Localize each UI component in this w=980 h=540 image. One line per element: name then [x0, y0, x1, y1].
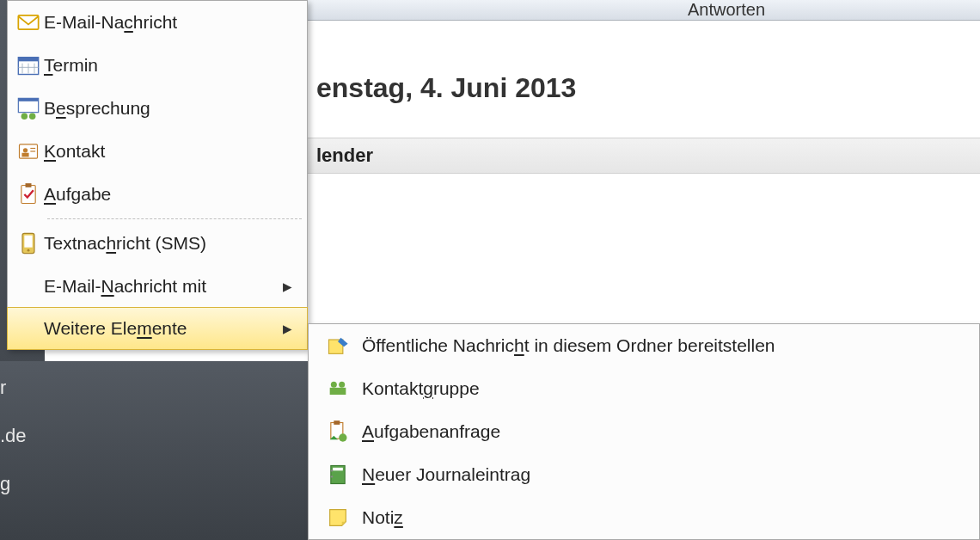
nav-fragment: r: [0, 377, 6, 399]
submenu-item-label: Neuer Journaleintrag: [362, 464, 971, 485]
submenu-item-task-request[interactable]: Aufgabenanfrage: [309, 410, 979, 453]
submenu-item-contact-group[interactable]: Kontaktgruppe: [309, 367, 979, 410]
menu-item-label: Termin: [44, 55, 298, 76]
calendar-header: lender: [308, 138, 980, 174]
menu-item-email[interactable]: E-Mail-Nachricht: [8, 1, 307, 44]
sms-icon: [13, 231, 44, 255]
submenu-item-public-post[interactable]: Öffentliche Nachricht in diesem Ordner b…: [309, 324, 979, 367]
submenu-item-label: Öffentliche Nachricht in diesem Ordner b…: [362, 335, 971, 356]
calendar-header-label: lender: [316, 144, 373, 167]
svg-point-22: [331, 382, 337, 388]
menu-item-meeting[interactable]: Besprechung: [8, 87, 307, 130]
task-request-icon: [314, 420, 362, 444]
submenu-item-journal[interactable]: Neuer Journaleintrag: [309, 453, 979, 496]
menu-item-label: E-Mail-Nachricht mit: [44, 276, 283, 297]
svg-rect-27: [334, 420, 340, 425]
menu-item-label: Weitere Elemente: [44, 318, 283, 339]
svg-point-9: [21, 114, 28, 120]
menu-item-label: E-Mail-Nachricht: [44, 12, 298, 33]
post-icon: [314, 334, 362, 358]
svg-rect-2: [18, 58, 38, 62]
svg-point-20: [28, 249, 30, 252]
svg-point-31: [331, 469, 333, 471]
submenu-item-label: Kontaktgruppe: [362, 378, 971, 399]
svg-point-28: [339, 433, 346, 441]
contact-group-icon: [314, 377, 362, 401]
svg-point-32: [331, 476, 333, 477]
submenu-item-label: Aufgabenanfrage: [362, 421, 971, 442]
submenu-item-label: Notiz: [362, 507, 971, 528]
meeting-icon: [13, 96, 44, 120]
svg-rect-25: [338, 388, 346, 395]
menu-item-label: Textnachricht (SMS): [44, 233, 298, 254]
svg-rect-16: [21, 186, 35, 204]
note-icon: [314, 506, 362, 530]
menu-item-email-using[interactable]: E-Mail-Nachricht mit ▸: [8, 265, 307, 308]
new-items-menu: E-Mail-Nachricht Termin Besprechung Kont…: [7, 0, 308, 350]
svg-rect-24: [330, 388, 338, 395]
menu-item-task[interactable]: Aufgabe: [8, 173, 307, 216]
more-items-submenu: Öffentliche Nachricht in diesem Ordner b…: [308, 323, 980, 540]
menu-item-contact[interactable]: Kontakt: [8, 130, 307, 173]
menu-item-label: Kontakt: [44, 141, 298, 162]
menu-item-label: Besprechung: [44, 98, 298, 119]
nav-fragment: g: [0, 473, 10, 495]
submenu-item-note[interactable]: Notiz: [309, 496, 979, 539]
svg-point-12: [23, 148, 28, 152]
journal-icon: [314, 463, 362, 487]
menu-item-sms[interactable]: Textnachricht (SMS): [8, 222, 307, 265]
calendar-icon: [13, 53, 44, 77]
svg-rect-19: [24, 236, 32, 248]
submenu-arrow-icon: ▸: [283, 276, 298, 297]
nav-pane: r .de g: [0, 361, 308, 540]
svg-rect-30: [333, 468, 343, 471]
contact-icon: [13, 139, 44, 163]
svg-point-23: [339, 382, 345, 388]
date-heading: enstag, 4. Juni 2013: [316, 72, 576, 104]
menu-item-label: Aufgabe: [44, 184, 298, 205]
svg-point-10: [29, 114, 35, 120]
svg-rect-8: [18, 98, 38, 101]
svg-rect-17: [26, 183, 32, 187]
submenu-arrow-icon: ▸: [283, 318, 298, 339]
menu-item-more-items[interactable]: Weitere Elemente ▸: [7, 307, 308, 350]
nav-fragment: .de: [0, 425, 27, 447]
mail-icon: [13, 10, 44, 34]
menu-item-appointment[interactable]: Termin: [8, 44, 307, 87]
task-icon: [13, 182, 44, 206]
ribbon-group-label: Antworten: [688, 0, 765, 20]
svg-rect-0: [18, 15, 38, 29]
svg-rect-13: [21, 153, 28, 157]
menu-separator: [47, 218, 302, 219]
